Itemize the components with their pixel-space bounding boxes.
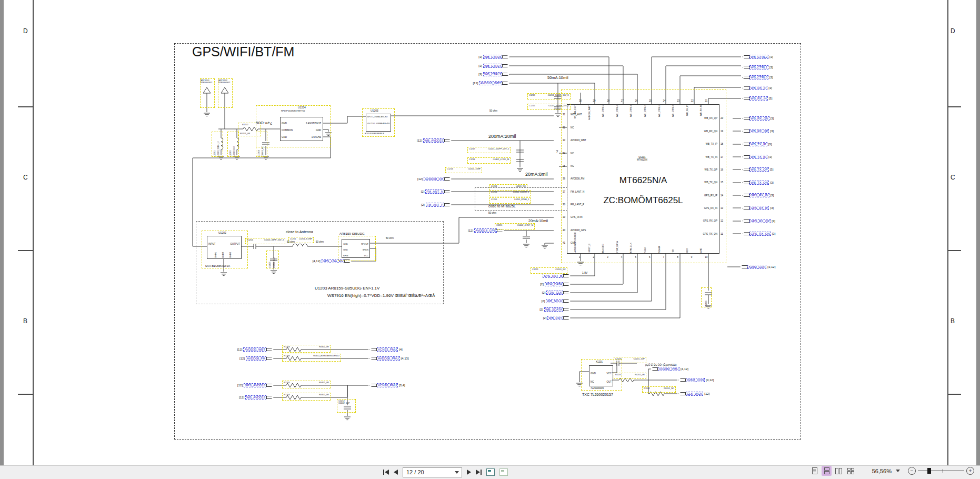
ic-pin: 27WB_CTRL4 (616, 105, 630, 128)
ic-pin: GPS_RX_IN13 (656, 202, 729, 214)
net-flag: [2]WB_SCLK (505, 297, 571, 305)
net-flag: SYS_RST_B (505, 272, 571, 280)
first-page-button[interactable] (383, 470, 389, 475)
net-flag: WB_RX_IN[3] (742, 93, 774, 104)
net-flag: [12]AVDD08_FM (227, 356, 274, 361)
net-flag-icon (266, 384, 274, 387)
net-flag-icon (742, 97, 749, 100)
saw-gnd-pin: GND2 (222, 247, 224, 258)
oscillator-refdes: X1201 (596, 361, 603, 364)
net-flag-icon (742, 155, 749, 158)
ic-pin: 3FM_DEC (602, 228, 616, 253)
ic-pin: 30W_LNA_EXT (574, 105, 588, 128)
zoom-slider[interactable] (918, 471, 964, 471)
balun-refdes: U1205 (371, 109, 378, 112)
net-flag: WB_TX_IN[3] (742, 151, 776, 163)
net-flag: GPS_RX_QN[3] (742, 227, 776, 240)
lna-left-pins: GNDGNDRFIN (343, 241, 348, 258)
resistor-value: R0201_0R (240, 133, 250, 135)
trace-note: 200mA:20mil (488, 134, 516, 139)
ic-pin: 24WB_CTRL1 (658, 105, 672, 128)
net-flag-icon (369, 384, 377, 387)
continuous-view-button[interactable] (822, 466, 832, 476)
ic-pin: 34NC (557, 147, 625, 159)
ic-pin: 25WB_CTRL2 (644, 105, 658, 128)
net-flag: WB_RX_QN[3] (742, 112, 776, 125)
ic-part-text: MT6625N (637, 158, 647, 161)
ic-pin: WB_TX_IN17 (656, 151, 729, 163)
net-flag-icon (742, 168, 749, 171)
net-flag-icon (563, 291, 571, 294)
facing-pages-view-button[interactable] (834, 466, 844, 476)
net-flag: [3]WB_CTRL4 (459, 62, 509, 71)
lna-right-pins: RFOUTSHDNVCC (349, 241, 368, 258)
last-page-button[interactable] (476, 470, 482, 475)
net-flag: [12]WB_AVDD18 (227, 395, 274, 400)
ic-right-pins: WB_RX_QP20WB_RX_QN19WB_TX_IP18WB_TX_IN17… (656, 112, 729, 241)
previous-page-button[interactable] (394, 470, 398, 475)
page-navigation: 12 / 20 (383, 466, 508, 478)
net-flag: WB_CTRL1[3] (742, 62, 774, 73)
saw-output-pin: OUTPUT (224, 243, 240, 246)
net-flag-icon (502, 82, 509, 85)
net-flag-icon (563, 300, 571, 303)
continuous-facing-view-button[interactable] (846, 466, 856, 476)
single-page-icon (812, 467, 817, 474)
impedance-label: 50 ohm (489, 110, 497, 113)
zoom-dropdown-icon[interactable] (896, 470, 900, 472)
page-number-value: 12 / 20 (406, 469, 455, 475)
ic-pin: 23WB_CTRL0 (672, 105, 686, 128)
zoom-percentage[interactable]: 56,56% (865, 468, 892, 474)
ic-bottom-pins: 1AVDD08_FSOURCE2HRST_B3FM_DEC4F2W_DATA5F… (574, 228, 714, 253)
diplexer-refdes: U1204 (298, 106, 306, 109)
page-number-combobox[interactable]: 12 / 20 (403, 467, 462, 477)
zoom-out-button[interactable]: − (908, 467, 916, 475)
net-flag-icon (563, 308, 571, 311)
right-net-flags: WB_RX_QN[3]WB_RX_QP[3]WB_TX_IP[3]WB_TX_I… (742, 112, 776, 241)
ic-pin: 26WB_CTRL3 (629, 105, 644, 128)
net-flag-icon (444, 190, 452, 193)
net-flag: [3]WB_CTRL3 (459, 70, 509, 79)
oscillator-part: 7L26000009 (591, 387, 604, 390)
saw-gnd-pin: GND1 (214, 247, 217, 258)
single-page-view-button[interactable] (809, 466, 819, 476)
net-flag: WB_RX_QP[3] (742, 125, 776, 137)
saw-part: SAFFB1G56KA0F0A (205, 265, 230, 267)
net-flag-icon (369, 348, 377, 351)
ic-pin: 33AVDD33_WBT (557, 134, 625, 147)
next-page-button[interactable] (467, 470, 471, 475)
impedance-label: 50 ohm (488, 212, 496, 215)
top-left-net-flags: [3]WB_CTRL5[3]WB_CTRL4[3]WB_CTRL3[12]AVD… (459, 53, 509, 87)
facing-pages-icon (835, 468, 842, 474)
top-right-net-flags: WB_CTRL2[3]WB_CTRL1[3]WB_CTRL0[3]WB_RX_I… (742, 52, 774, 104)
ic-pin: 36AVDD08_FM (557, 173, 625, 185)
net-flag: [12]GPS_AVDD18 (227, 383, 274, 387)
net-flag-icon (502, 73, 509, 76)
net-flag: [2]F2W_CLK (505, 288, 571, 297)
net-flag-icon (742, 232, 749, 235)
ic-pin: 22WB_RX_P (686, 105, 700, 128)
net-flag-icon (502, 64, 509, 67)
net-flag: [2]FM_ANT_N (403, 189, 452, 194)
net-flag-icon (497, 229, 504, 232)
chevron-down-icon (455, 471, 459, 474)
zoom-slider-handle[interactable] (927, 468, 931, 474)
net-flag-icon (266, 357, 274, 360)
net-flag: CLK_WCN[12] (678, 392, 711, 396)
net-flag-icon (742, 206, 749, 209)
impedance-note: 50Ω·×è¿ (256, 121, 273, 125)
net-flag-icon (742, 55, 749, 58)
balun-part: E2014U6B60M4BLB (365, 133, 384, 135)
next-view-button[interactable] (499, 468, 508, 476)
net-flag-icon (742, 181, 749, 184)
net-flag: GPS_RX_QP[3] (742, 215, 776, 227)
impedance-label: 50 ohm (287, 241, 295, 244)
net-flag-icon (563, 274, 571, 277)
continuous-facing-icon (847, 468, 854, 474)
antenna-label: ANT12028180000902 (218, 79, 230, 84)
ic-pin: 7SDATA (658, 228, 672, 253)
zoom-in-button[interactable]: + (966, 467, 974, 475)
previous-view-button[interactable] (486, 468, 495, 476)
net-flag: X26M_CON[3,12] (678, 378, 715, 382)
net-flag-icon (678, 392, 686, 395)
